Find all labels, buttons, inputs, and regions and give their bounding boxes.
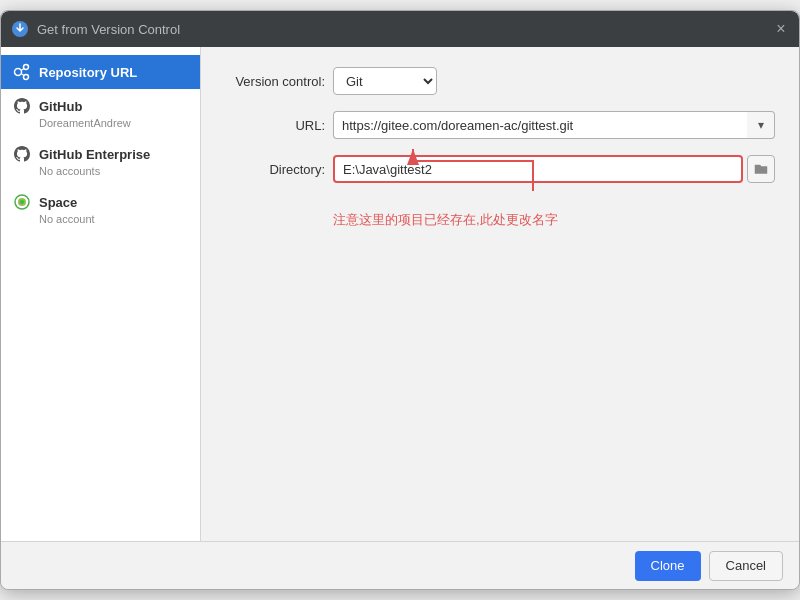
url-row: URL: ▾: [225, 111, 775, 139]
title-bar: Get from Version Control ×: [1, 11, 799, 47]
annotation-container: 注意这里的项目已经存在,此处更改名字: [333, 203, 775, 229]
dialog: Get from Version Control ×: [0, 10, 800, 590]
folder-icon: [754, 162, 768, 176]
sidebar-item-repo-url-label: Repository URL: [39, 65, 137, 80]
annotation-text: 注意这里的项目已经存在,此处更改名字: [333, 211, 775, 229]
footer: Clone Cancel: [1, 541, 799, 589]
repo-url-icon: [13, 63, 31, 81]
sidebar-item-github-sublabel: DoreamentAndrew: [13, 117, 188, 129]
close-button[interactable]: ×: [773, 21, 789, 37]
svg-point-1: [15, 69, 22, 76]
browse-button[interactable]: [747, 155, 775, 183]
clone-button[interactable]: Clone: [635, 551, 701, 581]
version-control-container: Git Mercurial Subversion: [333, 67, 775, 95]
sidebar-item-ghe-sublabel: No accounts: [13, 165, 188, 177]
main-content: Version control: Git Mercurial Subversio…: [201, 47, 799, 541]
url-input-wrapper: ▾: [333, 111, 775, 139]
url-input[interactable]: [333, 111, 747, 139]
sidebar: Repository URL GitHub DoreamentAndrew: [1, 47, 201, 541]
space-icon: [13, 193, 31, 211]
annotation-arrow: [393, 141, 573, 196]
sidebar-item-space-sublabel: No account: [13, 213, 188, 225]
title-bar-left: Get from Version Control: [11, 20, 180, 38]
sidebar-item-space-label: Space: [39, 195, 77, 210]
svg-point-3: [24, 75, 29, 80]
github-enterprise-icon: [13, 145, 31, 163]
url-label: URL:: [225, 118, 325, 133]
directory-label: Directory:: [225, 162, 325, 177]
dialog-body: Repository URL GitHub DoreamentAndrew: [1, 47, 799, 541]
sidebar-item-github[interactable]: GitHub DoreamentAndrew: [1, 89, 200, 137]
sidebar-item-github-label: GitHub: [39, 99, 82, 114]
sidebar-item-github-enterprise[interactable]: GitHub Enterprise No accounts: [1, 137, 200, 185]
svg-line-4: [21, 69, 24, 71]
svg-point-8: [20, 200, 24, 204]
cancel-button[interactable]: Cancel: [709, 551, 783, 581]
url-input-container: ▾: [333, 111, 775, 139]
sidebar-item-repository-url[interactable]: Repository URL: [1, 55, 200, 89]
svg-line-5: [21, 74, 24, 76]
dialog-title: Get from Version Control: [37, 22, 180, 37]
svg-point-2: [24, 65, 29, 70]
dialog-title-icon: [11, 20, 29, 38]
version-control-label: Version control:: [225, 74, 325, 89]
sidebar-item-space[interactable]: Space No account: [1, 185, 200, 233]
github-icon: [13, 97, 31, 115]
sidebar-item-ghe-label: GitHub Enterprise: [39, 147, 150, 162]
version-control-select[interactable]: Git Mercurial Subversion: [333, 67, 437, 95]
url-dropdown-button[interactable]: ▾: [747, 111, 775, 139]
version-control-row: Version control: Git Mercurial Subversio…: [225, 67, 775, 95]
